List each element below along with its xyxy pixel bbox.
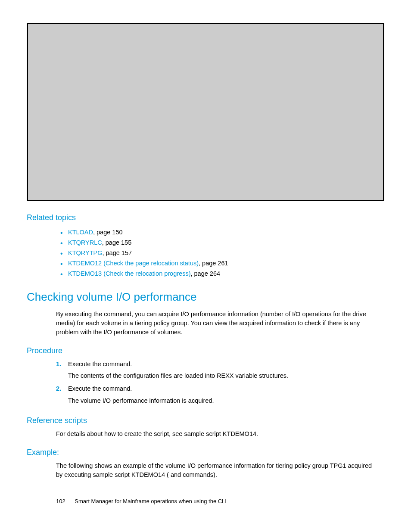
page-ref: , page 150: [93, 229, 123, 236]
reference-scripts-heading: Reference scripts: [27, 416, 384, 425]
related-topics-list: KTLOAD, page 150 KTQRYRLC, page 155 KTQR…: [27, 227, 384, 279]
list-item: KTQRYTPG, page 157: [60, 248, 384, 258]
list-item: KTDEMO13 (Check the relocation progress)…: [60, 269, 384, 279]
procedure-step: Execute the command. The volume I/O perf…: [56, 384, 384, 406]
link-ktqrytpg[interactable]: KTQRYTPG: [68, 249, 103, 256]
section-heading: Checking volume I/O performance: [27, 290, 384, 304]
step-title: Execute the command.: [68, 385, 132, 392]
page-number: 102: [56, 498, 65, 504]
related-topics-heading: Related topics: [27, 213, 384, 222]
page-footer: 102 Smart Manager for Mainframe operatio…: [56, 498, 227, 504]
procedure-heading: Procedure: [27, 346, 384, 355]
link-ktqryrlc[interactable]: KTQRYRLC: [68, 239, 102, 246]
step-title: Execute the command.: [68, 361, 132, 367]
step-description: The contents of the configuration files …: [68, 371, 384, 381]
step-description: The volume I/O performance information i…: [68, 396, 384, 406]
list-item: KTLOAD, page 150: [60, 227, 384, 238]
link-ktdemo12[interactable]: KTDEMO12 (Check the page relocation stat…: [68, 260, 199, 267]
reference-scripts-body: For details about how to create the scri…: [27, 429, 384, 439]
procedure-step: Execute the command. The contents of the…: [56, 360, 384, 381]
page-ref: , page 155: [102, 239, 132, 246]
procedure-list: Execute the command. The contents of the…: [27, 360, 384, 406]
page-ref: , page 157: [103, 249, 132, 256]
example-heading: Example:: [27, 448, 384, 457]
example-body: The following shows an example of the vo…: [27, 461, 384, 479]
figure-placeholder: [27, 23, 384, 201]
page-ref: , page 264: [190, 270, 220, 277]
section-body: By executing the command, you can acquir…: [27, 310, 384, 337]
list-item: KTQRYRLC, page 155: [60, 238, 384, 248]
page-ref: , page 261: [199, 260, 228, 267]
footer-title: Smart Manager for Mainframe operations w…: [75, 498, 227, 504]
link-ktload[interactable]: KTLOAD: [68, 229, 93, 236]
link-ktdemo13[interactable]: KTDEMO13 (Check the relocation progress): [68, 270, 190, 277]
list-item: KTDEMO12 (Check the page relocation stat…: [60, 258, 384, 269]
